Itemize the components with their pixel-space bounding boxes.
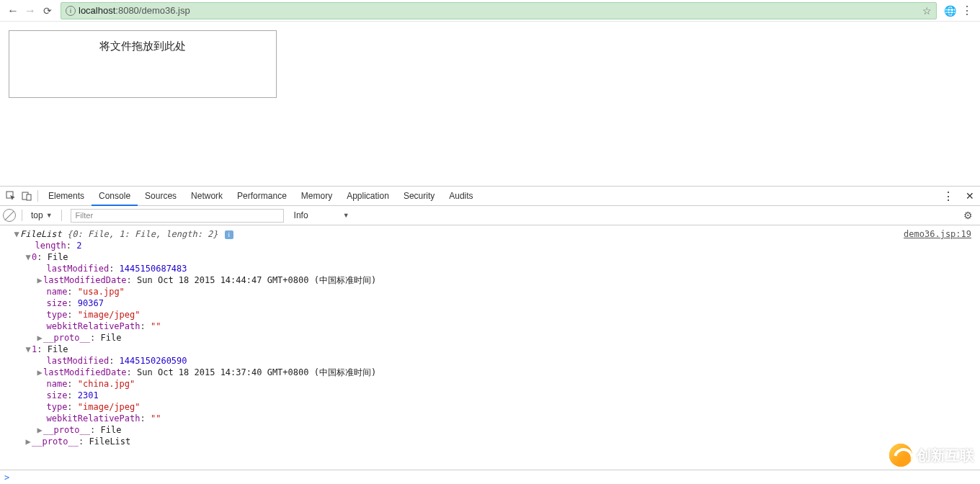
context-label: top (31, 210, 43, 220)
globe-icon[interactable]: 🌐 (941, 5, 958, 17)
prop-type[interactable]: type: "image/jpeg" (0, 309, 980, 321)
inspect-element-icon[interactable] (3, 188, 19, 204)
separator (61, 210, 62, 221)
log-level-select[interactable]: Info ▼ (291, 210, 352, 220)
console-filter-input[interactable]: Filter (71, 209, 284, 223)
tab-security[interactable]: Security (396, 187, 442, 206)
device-mode-icon[interactable] (19, 188, 35, 204)
prop-webkitrelpath[interactable]: webkitRelativePath: "" (0, 321, 980, 332)
tab-performance[interactable]: Performance (230, 187, 294, 206)
tab-console[interactable]: Console (92, 187, 138, 206)
browser-menu-button[interactable]: ⋮ (958, 4, 976, 17)
back-button[interactable]: ← (4, 2, 22, 19)
clear-console-button[interactable] (3, 209, 16, 222)
devtools-menu-button[interactable]: ⋮ (937, 189, 960, 203)
filter-placeholder: Filter (76, 211, 93, 220)
devtools-tabbar: Elements Console Sources Network Perform… (0, 187, 980, 206)
prop-lastmodifieddate[interactable]: ▶lastModifiedDate: Sun Oct 18 2015 14:37… (0, 367, 980, 378)
prop-name[interactable]: name: "china.jpg" (0, 378, 980, 390)
prop-webkitrelpath[interactable]: webkitRelativePath: "" (0, 413, 980, 424)
info-badge-icon[interactable]: i (225, 230, 233, 239)
tab-memory[interactable]: Memory (294, 187, 339, 206)
bookmark-star-icon[interactable]: ☆ (922, 5, 932, 17)
prompt-caret-icon: > (4, 472, 9, 483)
prop-proto[interactable]: ▶__proto__: File (0, 424, 980, 436)
forward-button[interactable]: → (22, 2, 39, 19)
console-subbar: top ▼ Filter Info ▼ ⚙ (0, 206, 980, 225)
prop-proto-outer[interactable]: ▶__proto__: FileList (0, 436, 980, 447)
file-entry-0[interactable]: ▼0: File (0, 251, 980, 263)
drop-zone-label: 将文件拖放到此处 (99, 40, 186, 52)
devtools-close-button[interactable]: ✕ (960, 190, 980, 202)
file-entry-1[interactable]: ▼1: File (0, 344, 980, 355)
prop-name[interactable]: name: "usa.jpg" (0, 286, 980, 297)
site-info-icon[interactable]: i (66, 6, 76, 16)
console-settings-icon[interactable]: ⚙ (956, 210, 980, 221)
log-level-label: Info (294, 210, 308, 220)
separator (37, 190, 38, 202)
console-prompt[interactable]: > (0, 470, 980, 484)
tab-elements[interactable]: Elements (41, 187, 92, 206)
prop-lastmodified[interactable]: lastModified: 1445150260590 (0, 355, 980, 367)
page-body: 将文件拖放到此处 (0, 22, 980, 107)
prop-lastmodified[interactable]: lastModified: 1445150687483 (0, 263, 980, 274)
devtools-panel: Elements Console Sources Network Perform… (0, 186, 980, 484)
chevron-down-icon: ▼ (46, 212, 53, 219)
prop-size[interactable]: size: 2301 (0, 390, 980, 401)
console-object-header[interactable]: ▼FileList {0: File, 1: File, length: 2} … (0, 228, 980, 240)
url-path: :8080/demo36.jsp (115, 5, 190, 16)
separator (22, 210, 22, 221)
tab-application[interactable]: Application (339, 187, 396, 206)
prop-lastmodifieddate[interactable]: ▶lastModifiedDate: Sun Oct 18 2015 14:44… (0, 274, 980, 286)
execution-context-select[interactable]: top ▼ (28, 210, 55, 220)
svg-rect-2 (27, 194, 31, 200)
chevron-down-icon: ▼ (343, 212, 349, 219)
prop-type[interactable]: type: "image/jpeg" (0, 401, 980, 413)
prop-size[interactable]: size: 90367 (0, 297, 980, 309)
tab-audits[interactable]: Audits (442, 187, 480, 206)
file-drop-zone[interactable]: 将文件拖放到此处 (9, 30, 277, 98)
address-bar[interactable]: i localhost:8080/demo36.jsp ☆ (61, 2, 937, 19)
console-body[interactable]: demo36.jsp:19 ▼FileList {0: File, 1: Fil… (0, 225, 980, 484)
browser-toolbar: ← → ⟳ i localhost:8080/demo36.jsp ☆ 🌐 ⋮ (0, 0, 980, 22)
tab-sources[interactable]: Sources (138, 187, 184, 206)
tab-network[interactable]: Network (184, 187, 230, 206)
prop-length[interactable]: length: 2 (0, 240, 980, 251)
reload-button[interactable]: ⟳ (39, 2, 56, 19)
url-host: localhost (79, 5, 115, 16)
prop-proto[interactable]: ▶__proto__: File (0, 332, 980, 344)
